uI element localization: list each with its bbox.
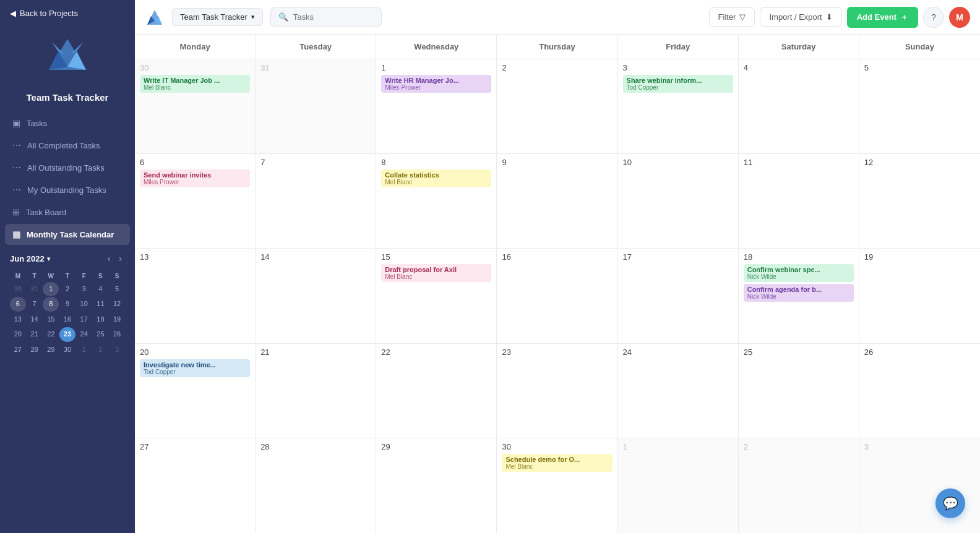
- mini-cal-dow-thu: T: [59, 271, 75, 281]
- day-number: 13: [140, 252, 250, 262]
- day-number: 27: [140, 442, 250, 451]
- back-icon: ◀: [10, 9, 16, 18]
- outstanding-icon: ⋯: [12, 163, 21, 173]
- day-number: 10: [623, 158, 733, 167]
- sidebar-item-my-outstanding[interactable]: ⋯ My Outstanding Tasks: [5, 179, 130, 200]
- cal-cell-jul1: 1: [618, 438, 739, 533]
- chat-button[interactable]: 💬: [935, 488, 965, 518]
- day-number: 5: [864, 63, 975, 72]
- cal-cell-jun28: 28: [256, 438, 376, 533]
- search-input[interactable]: [293, 12, 374, 22]
- mini-cal-day[interactable]: 3: [109, 343, 125, 357]
- mini-cal-day[interactable]: 28: [27, 343, 43, 357]
- project-selector[interactable]: Team Task Tracker ▾: [172, 8, 263, 26]
- mini-cal-day[interactable]: 1: [76, 343, 92, 357]
- day-number: 30: [502, 442, 612, 451]
- mini-cal-day-8[interactable]: 8: [43, 297, 59, 311]
- mini-cal-day[interactable]: 14: [27, 312, 43, 326]
- mini-cal-day[interactable]: 13: [10, 312, 26, 326]
- calendar-header: Monday Tuesday Wednesday Thursday Friday…: [135, 35, 980, 59]
- mini-cal-day[interactable]: 18: [93, 312, 109, 326]
- mini-cal-day[interactable]: 9: [59, 297, 75, 311]
- event-schedule-demo[interactable]: Schedule demo for O... Mel Blanc: [502, 454, 612, 472]
- mini-cal-day[interactable]: 16: [59, 312, 75, 326]
- mini-cal-day[interactable]: 19: [109, 312, 125, 326]
- mini-cal-day[interactable]: 31: [27, 282, 43, 296]
- mini-cal-day[interactable]: 7: [27, 297, 43, 311]
- event-share-webinar[interactable]: Share webinar inform... Tod Copper: [623, 75, 733, 93]
- cal-cell-jun25: 25: [739, 344, 859, 438]
- mini-cal-day[interactable]: 2: [93, 343, 109, 357]
- mini-cal-day[interactable]: 15: [43, 312, 59, 326]
- event-draft-proposal[interactable]: Draft proposal for Axil Mel Blanc: [381, 264, 491, 282]
- calendar-week-1: 30 Write IT Manager Job ... Mel Blanc 31…: [135, 59, 980, 154]
- mini-cal-day[interactable]: 21: [27, 327, 43, 341]
- mini-cal-day[interactable]: 4: [93, 282, 109, 296]
- cal-cell-jun5: 5: [859, 59, 980, 153]
- mini-cal-day[interactable]: 5: [109, 282, 125, 296]
- mini-cal-day[interactable]: 3: [76, 282, 92, 296]
- mini-cal-day[interactable]: 20: [10, 327, 26, 341]
- mini-cal-day[interactable]: 25: [93, 327, 109, 341]
- mini-cal-day[interactable]: 30: [10, 282, 26, 296]
- import-export-label: Import / Export: [769, 12, 822, 22]
- mini-cal-day[interactable]: 2: [59, 282, 75, 296]
- event-send-webinar-invites[interactable]: Send webinar invites Miles Prower: [140, 169, 250, 187]
- add-event-button[interactable]: Add Event ＋: [847, 7, 918, 28]
- day-number: 8: [381, 158, 491, 167]
- mini-cal-day[interactable]: 27: [10, 343, 26, 357]
- mini-cal-today[interactable]: 23: [59, 327, 75, 341]
- cal-cell-jun11: 11: [739, 154, 859, 248]
- filter-icon: ▽: [739, 12, 746, 22]
- tasks-icon: ▣: [12, 118, 20, 128]
- mini-cal-day-1[interactable]: 1: [43, 282, 59, 296]
- cal-cell-jun23: 23: [497, 344, 617, 438]
- mini-cal-day[interactable]: 22: [43, 327, 59, 341]
- user-avatar[interactable]: M: [949, 7, 970, 28]
- sidebar-item-my-label: My Outstanding Tasks: [27, 185, 106, 195]
- sidebar-item-all-completed[interactable]: ⋯ All Completed Tasks: [5, 135, 130, 156]
- cal-cell-jun16: 16: [497, 249, 617, 343]
- sidebar-logo-area: [0, 27, 135, 92]
- sidebar-item-monthly-calendar[interactable]: ▦ Monthly Task Calendar: [5, 224, 130, 245]
- event-confirm-agenda[interactable]: Confirm agenda for b... Nick Wilde: [744, 284, 854, 302]
- mini-cal-day-6[interactable]: 6: [10, 297, 26, 311]
- sidebar-item-tasks[interactable]: ▣ Tasks: [5, 113, 130, 134]
- sidebar-item-all-outstanding[interactable]: ⋯ All Outstanding Tasks: [5, 157, 130, 178]
- day-number: 2: [502, 63, 612, 72]
- cal-header-tuesday: Tuesday: [256, 35, 376, 59]
- help-button[interactable]: ?: [923, 7, 944, 28]
- mini-cal-day[interactable]: 11: [93, 297, 109, 311]
- calendar-body: 30 Write IT Manager Job ... Mel Blanc 31…: [135, 59, 980, 533]
- event-investigate-new-time[interactable]: Investigate new time... Tod Copper: [140, 359, 250, 377]
- event-write-it-manager[interactable]: Write IT Manager Job ... Mel Blanc: [140, 75, 250, 93]
- event-collate-statistics[interactable]: Collate statistics Mel Blanc: [381, 169, 491, 187]
- cal-header-friday: Friday: [618, 35, 739, 59]
- cal-cell-jul3: 3: [859, 438, 980, 533]
- sidebar-item-task-board[interactable]: ⊞ Task Board: [5, 202, 130, 223]
- day-number: 12: [864, 158, 975, 167]
- back-to-projects-link[interactable]: ◀ Back to Projects: [0, 0, 135, 27]
- import-export-button[interactable]: Import / Export ⬇: [760, 7, 841, 27]
- filter-button[interactable]: Filter ▽: [709, 7, 755, 27]
- my-outstanding-icon: ⋯: [12, 185, 21, 195]
- day-number: 25: [744, 348, 854, 357]
- day-number: 9: [502, 158, 612, 167]
- cal-cell-jun21: 21: [256, 344, 376, 438]
- mini-cal-day[interactable]: 24: [76, 327, 92, 341]
- mini-cal-prev-button[interactable]: ‹: [105, 252, 114, 265]
- day-number: 1: [623, 442, 733, 451]
- mini-cal-day[interactable]: 26: [109, 327, 125, 341]
- mini-cal-day[interactable]: 10: [76, 297, 92, 311]
- event-write-hr-manager[interactable]: Write HR Manager Jo... Miles Prower: [381, 75, 491, 93]
- cal-cell-may31: 31: [256, 59, 376, 153]
- mini-cal-day[interactable]: 30: [59, 343, 75, 357]
- cal-cell-jun9: 9: [497, 154, 617, 248]
- mini-cal-day[interactable]: 17: [76, 312, 92, 326]
- mini-cal-day[interactable]: 12: [109, 297, 125, 311]
- mini-cal-next-button[interactable]: ›: [116, 252, 125, 265]
- event-confirm-webinar-speaker[interactable]: Confirm webinar spe... Nick Wilde: [744, 264, 854, 282]
- today-badge: 23: [502, 348, 510, 357]
- mini-cal-day[interactable]: 29: [43, 343, 59, 357]
- sidebar-item-completed-label: All Completed Tasks: [27, 141, 100, 150]
